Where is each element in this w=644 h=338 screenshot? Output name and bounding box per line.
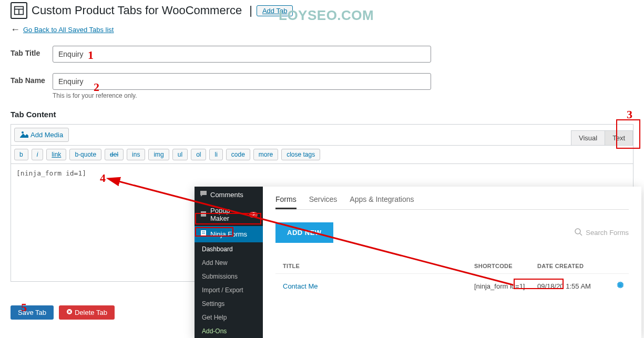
qt-li[interactable]: li (209, 149, 222, 160)
tab-name-hint: This is for your reference only. (53, 92, 431, 99)
tab-name-label: Tab Name (11, 73, 53, 85)
svg-line-12 (580, 233, 582, 235)
back-arrow-icon: ← (11, 24, 20, 35)
sidebar-sub-get-help[interactable]: Get Help (195, 311, 263, 324)
qt-bquote[interactable]: b-quote (69, 149, 101, 160)
qt-ul[interactable]: ul (172, 149, 188, 160)
delete-tab-button[interactable]: Delete Tab (59, 305, 115, 320)
nf-add-new-button[interactable]: ADD NEW (275, 222, 333, 243)
tab-title-label: Tab Title (11, 46, 53, 57)
svg-point-3 (22, 131, 24, 134)
popup-badge: 2 (249, 212, 258, 218)
sidebar-sub-add-ons[interactable]: Add-Ons (195, 324, 263, 338)
nf-header-shortcode: SHORTCODE (474, 263, 537, 269)
editor-tab-visual[interactable]: Visual (571, 130, 605, 145)
nf-form-row: Contact Me [ninja_form id=1] 09/18/20 1:… (275, 274, 629, 299)
nf-form-shortcode: [ninja_form id=1] (474, 282, 537, 290)
nf-tab-forms[interactable]: Forms (275, 191, 297, 209)
qt-ol[interactable]: ol (191, 149, 206, 160)
nf-header-date: DATE CREATED (537, 263, 616, 269)
plugin-icon (11, 2, 27, 19)
media-icon (20, 130, 28, 139)
nf-tab-services[interactable]: Services (309, 191, 338, 209)
sidebar-sub-submissions[interactable]: Submissions (195, 270, 263, 283)
svg-rect-7 (201, 211, 206, 217)
sidebar-sub-import-export[interactable]: Import / Export (195, 283, 263, 297)
sidebar-sub-settings[interactable]: Settings (195, 297, 263, 311)
search-icon (574, 228, 582, 238)
add-media-button[interactable]: Add Media (14, 128, 69, 142)
ninja-forms-overlay: Comments Popup Maker 2 Ninja Forms Dashb… (195, 187, 641, 338)
svg-point-11 (575, 229, 580, 234)
sidebar-item-popup-maker[interactable]: Popup Maker 2 (195, 203, 263, 226)
nf-search[interactable]: Search Forms (574, 228, 629, 238)
wp-sidebar: Comments Popup Maker 2 Ninja Forms Dashb… (195, 187, 263, 338)
nf-header-title: TITLE (275, 263, 474, 269)
qt-ins[interactable]: ins (127, 149, 145, 160)
save-tab-button[interactable]: Save Tab (11, 305, 54, 320)
sidebar-item-ninja-forms[interactable]: Ninja Forms (195, 226, 263, 242)
quicktags-toolbar: b i link b-quote del ins img ul ol li co… (11, 146, 633, 164)
form-icon (200, 230, 207, 239)
qt-more[interactable]: more (253, 149, 278, 160)
nf-form-link[interactable]: Contact Me (283, 282, 318, 290)
qt-b[interactable]: b (14, 149, 28, 160)
nf-tab-apps[interactable]: Apps & Integrations (350, 191, 414, 209)
tab-name-input[interactable] (53, 73, 431, 90)
qt-i[interactable]: i (32, 149, 44, 160)
popup-icon (200, 210, 207, 219)
page-title: Custom Product Tabs for WooCommerce (32, 4, 242, 17)
sidebar-sub-dashboard[interactable]: Dashboard (195, 242, 263, 256)
tab-title-input[interactable] (53, 46, 431, 63)
qt-close[interactable]: close tags (281, 149, 320, 160)
gear-icon[interactable] (616, 281, 629, 291)
nf-form-date: 09/18/20 1:55 AM (537, 282, 616, 290)
add-tab-button[interactable]: Add Tab (257, 5, 293, 16)
qt-code[interactable]: code (226, 149, 250, 160)
editor-tab-text[interactable]: Text (605, 130, 633, 145)
delete-icon (66, 309, 73, 316)
comment-icon (200, 190, 207, 199)
back-link[interactable]: Go Back to All Saved Tabs list (23, 26, 114, 34)
sidebar-item-comments[interactable]: Comments (195, 187, 263, 203)
page-header: Custom Product Tabs for WooCommerce | Ad… (11, 0, 633, 19)
tab-content-label: Tab Content (11, 110, 633, 119)
qt-link[interactable]: link (46, 149, 66, 160)
qt-img[interactable]: img (148, 149, 169, 160)
qt-del[interactable]: del (105, 149, 124, 160)
sidebar-sub-add-new[interactable]: Add New (195, 256, 263, 270)
